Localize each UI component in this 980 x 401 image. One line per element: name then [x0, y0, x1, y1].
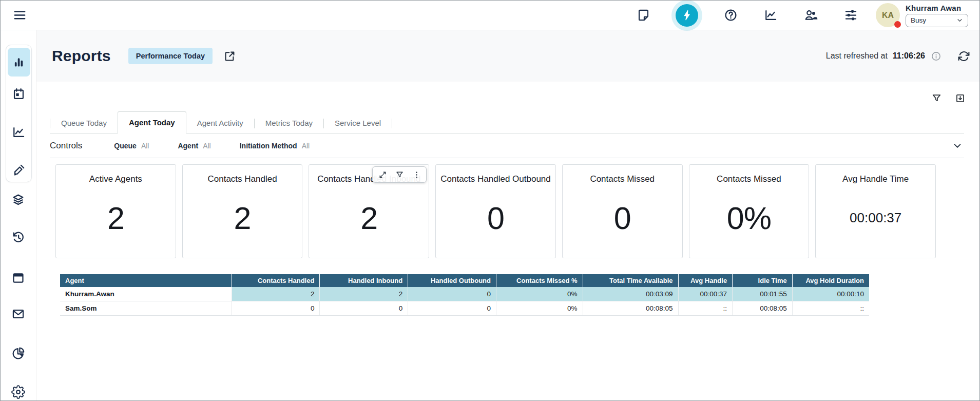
- controls-collapse-button[interactable]: [951, 139, 964, 152]
- bolt-button[interactable]: [676, 4, 698, 27]
- topbar-actions: KA Khurram Awan Busy: [636, 3, 968, 27]
- refresh-icon: [957, 50, 970, 63]
- column-header[interactable]: Avg Hold Duration: [792, 274, 869, 287]
- menu-button[interactable]: [12, 8, 27, 23]
- tab-queue-today[interactable]: Queue Today: [50, 114, 118, 133]
- report-filter-button[interactable]: [930, 92, 943, 104]
- line-chart-icon: [12, 125, 26, 139]
- kpi-title: Avg Handle Time: [816, 174, 935, 184]
- report-tabs: Queue TodayAgent TodayAgent ActivityMetr…: [50, 114, 964, 133]
- kpi-filter-button[interactable]: [395, 170, 404, 179]
- filter-icon: [931, 93, 942, 104]
- controls-title: Controls: [50, 141, 82, 151]
- sidebar-item-pie-chart[interactable]: [7, 342, 30, 365]
- filter-queue[interactable]: Queue All: [114, 142, 149, 150]
- filter-value: All: [302, 142, 310, 150]
- kpi-card-0[interactable]: Active Agents 2: [55, 164, 176, 258]
- column-header[interactable]: Agent: [60, 274, 232, 287]
- column-header[interactable]: Handled Inbound: [320, 274, 408, 287]
- table-header-row: AgentContacts HandledHandled InboundHand…: [60, 274, 869, 287]
- kpi-card-3[interactable]: Contacts Handled Outbound 0: [435, 164, 556, 258]
- gear-icon: [11, 385, 25, 399]
- sidebar-item-mail[interactable]: [7, 302, 30, 325]
- expand-icon: [378, 170, 387, 179]
- kpi-expand-button[interactable]: [378, 170, 387, 179]
- dashboard-badge: Performance Today: [128, 48, 213, 64]
- report-download-button[interactable]: [954, 92, 966, 104]
- status-select[interactable]: Busy: [906, 14, 968, 27]
- avatar[interactable]: KA: [876, 3, 900, 27]
- column-header[interactable]: Idle Time: [733, 274, 793, 287]
- sidebar-item-line-chart[interactable]: [8, 121, 30, 143]
- sidebar-item-bar-chart[interactable]: [8, 48, 30, 77]
- controls-bar: Controls Queue All Agent All Initiation …: [50, 133, 964, 158]
- column-header[interactable]: Contacts Missed %: [496, 274, 583, 287]
- sliders-button[interactable]: [843, 8, 858, 23]
- note-icon: [637, 8, 650, 22]
- chevron-down-icon: [956, 17, 963, 24]
- open-external-button[interactable]: [222, 49, 237, 63]
- sidebar-item-history[interactable]: [7, 226, 30, 249]
- bar-chart-icon: [12, 55, 26, 69]
- filter-agent[interactable]: Agent All: [178, 142, 210, 150]
- metric-cell: 0: [408, 301, 496, 316]
- users-button[interactable]: [803, 8, 818, 23]
- filter-icon: [395, 170, 404, 179]
- kpi-kebab-button[interactable]: [412, 170, 421, 179]
- page-header: Reports Performance Today Last refreshed…: [36, 30, 979, 82]
- note-button[interactable]: [636, 8, 651, 23]
- help-icon: [724, 8, 738, 22]
- external-link-icon: [223, 50, 236, 63]
- metric-cell: 2: [232, 287, 320, 301]
- metric-cell: ::: [678, 301, 733, 316]
- metric-cell: 00:08:05: [733, 301, 793, 316]
- metric-cell: 0%: [496, 287, 583, 301]
- kpi-title: Contacts Missed: [563, 174, 682, 184]
- column-header[interactable]: Contacts Handled: [232, 274, 320, 287]
- metric-cell: 0%: [496, 301, 583, 316]
- kpi-card-4[interactable]: Contacts Missed 0: [562, 164, 683, 258]
- column-header[interactable]: Total Time Available: [583, 274, 678, 287]
- left-sidebar: [1, 30, 36, 400]
- table-row[interactable]: Sam.Som0000%00:08:05::00:08:05::: [60, 301, 869, 316]
- table-row[interactable]: Khurram.Awan2200%00:03:0900:00:3700:01:5…: [60, 287, 869, 301]
- sidebar-item-calendar[interactable]: [8, 83, 30, 105]
- filter-initiation-method[interactable]: Initiation Method All: [240, 142, 310, 150]
- line-chart-icon: [764, 8, 778, 22]
- mail-icon: [11, 307, 25, 321]
- page-title: Reports: [52, 47, 111, 65]
- download-icon: [955, 93, 966, 104]
- hamburger-icon: [13, 8, 27, 22]
- kpi-card-6[interactable]: Avg Handle Time 00:00:37: [815, 164, 936, 258]
- last-refreshed-time: 11:06:26: [893, 51, 925, 61]
- sidebar-item-design[interactable]: [8, 159, 30, 181]
- column-header[interactable]: Handled Outbound: [408, 274, 496, 287]
- report-tools: [930, 92, 966, 104]
- tab-metrics-today[interactable]: Metrics Today: [255, 114, 323, 133]
- kpi-card-5[interactable]: Contacts Missed 0%: [689, 164, 810, 258]
- help-button[interactable]: [723, 8, 738, 23]
- tab-service-level[interactable]: Service Level: [324, 114, 392, 133]
- sidebar-item-window[interactable]: [7, 266, 30, 289]
- sidebar-item-gear[interactable]: [7, 380, 30, 401]
- kpi-card-2[interactable]: Contacts Handled Inbound 2: [309, 164, 429, 258]
- kpi-title: Active Agents: [56, 174, 176, 184]
- column-header[interactable]: Avg Handle: [678, 274, 733, 287]
- sidebar-item-layers[interactable]: [7, 188, 30, 211]
- line-chart-button[interactable]: [763, 8, 778, 23]
- kpi-cards: Active Agents 2 Contacts Handled 2 Conta…: [55, 164, 936, 258]
- metric-cell: 00:03:09: [583, 287, 678, 301]
- kpi-card-1[interactable]: Contacts Handled 2: [182, 164, 303, 258]
- refresh-button[interactable]: [956, 48, 971, 64]
- refresh-zone: Last refreshed at 11:06:26: [826, 48, 971, 64]
- metric-cell: 0: [408, 287, 496, 301]
- agent-table: AgentContacts HandledHandled InboundHand…: [60, 274, 869, 316]
- kpi-title: Contacts Handled: [183, 174, 302, 184]
- report-panel: Queue TodayAgent TodayAgent ActivityMetr…: [36, 82, 979, 400]
- refresh-info-button[interactable]: [930, 50, 941, 62]
- tab-agent-activity[interactable]: Agent Activity: [186, 114, 254, 133]
- kpi-value: 0: [436, 184, 555, 258]
- avatar-initials: KA: [882, 11, 894, 20]
- kpi-value: 0: [563, 184, 682, 258]
- tab-agent-today[interactable]: Agent Today: [118, 111, 186, 133]
